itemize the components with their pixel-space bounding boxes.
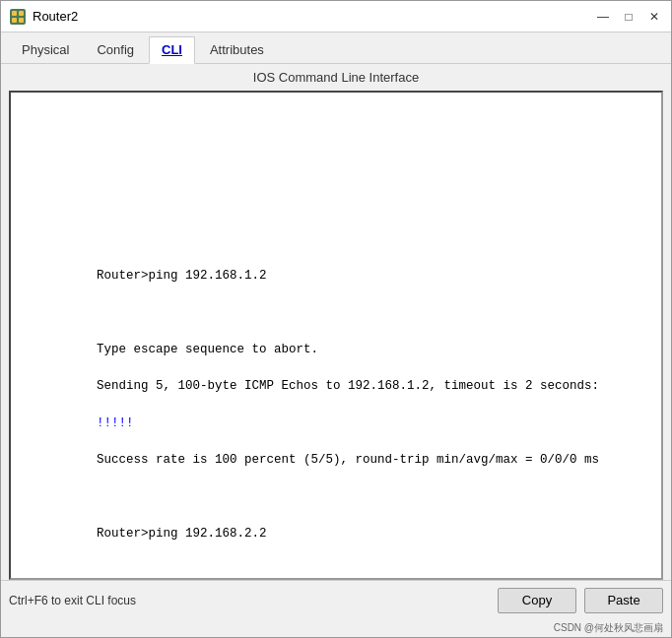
minimize-button[interactable]: — — [594, 8, 612, 26]
title-bar: Router2 — □ ✕ — [1, 1, 671, 32]
terminal-line: Type escape sequence to abort. — [97, 343, 318, 356]
close-button[interactable]: ✕ — [645, 8, 663, 26]
terminal-scroll[interactable]: Router>ping 192.168.1.2 Type escape sequ… — [11, 93, 661, 578]
tab-physical[interactable]: Physical — [9, 36, 82, 63]
terminal-line: Sending 5, 100-byte ICMP Echos to 192.16… — [97, 379, 599, 393]
cli-title: IOS Command Line Interface — [1, 64, 671, 91]
svg-rect-4 — [19, 18, 24, 23]
terminal-container[interactable]: Router>ping 192.168.1.2 Type escape sequ… — [9, 91, 663, 580]
copy-button[interactable]: Copy — [498, 588, 576, 613]
watermark: CSDN @何处秋风悲画扇 — [1, 619, 671, 637]
shortcut-hint: Ctrl+F6 to exit CLI focus — [9, 594, 498, 607]
tab-bar: Physical Config CLI Attributes — [1, 32, 671, 64]
bottom-bar: Ctrl+F6 to exit CLI focus Copy Paste — [1, 580, 671, 619]
terminal-line: Router>ping 192.168.1.2 — [97, 269, 267, 283]
svg-rect-3 — [12, 18, 17, 23]
svg-rect-1 — [12, 11, 17, 16]
window-title: Router2 — [33, 9, 594, 24]
terminal-line: Router>ping 192.168.2.2 — [97, 527, 267, 541]
tab-config[interactable]: Config — [84, 36, 147, 63]
action-buttons: Copy Paste — [498, 588, 663, 613]
terminal-line-success: !!!!! — [97, 416, 134, 430]
tab-attributes[interactable]: Attributes — [197, 36, 277, 63]
svg-rect-2 — [19, 11, 24, 16]
main-window: Router2 — □ ✕ Physical Config CLI Attrib… — [0, 0, 672, 638]
content-area: IOS Command Line Interface Router>ping 1… — [1, 64, 671, 637]
tab-cli[interactable]: CLI — [149, 36, 195, 64]
paste-button[interactable]: Paste — [584, 588, 663, 613]
maximize-button[interactable]: □ — [620, 8, 638, 26]
terminal-text: Router>ping 192.168.1.2 Type escape sequ… — [23, 100, 653, 578]
app-icon — [9, 8, 27, 26]
window-controls: — □ ✕ — [594, 8, 663, 26]
terminal-line: Success rate is 100 percent (5/5), round… — [97, 453, 599, 467]
